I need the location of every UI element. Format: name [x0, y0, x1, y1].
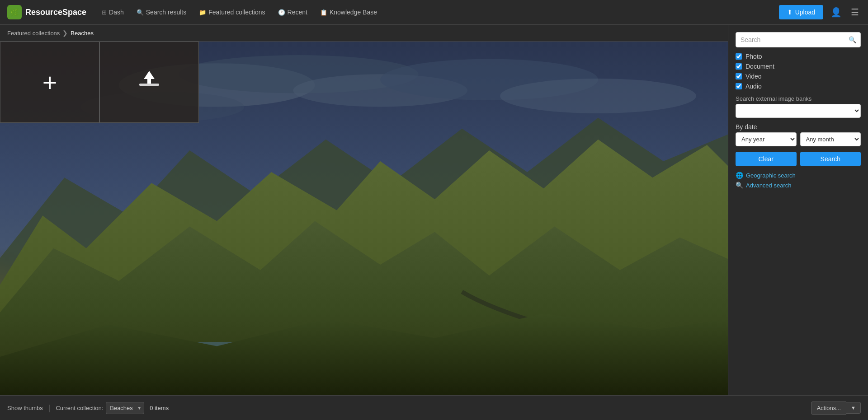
hero-action-buttons: +: [0, 42, 199, 123]
audio-checkbox[interactable]: [736, 83, 742, 89]
nav-item-recent[interactable]: 🕐 Recent: [274, 6, 312, 19]
checkbox-row-audio: Audio: [736, 83, 861, 90]
video-label: Video: [745, 73, 762, 80]
upload-resource-icon: [137, 68, 161, 97]
search-icon: 🔍: [849, 36, 856, 43]
search-input-wrapper: 🔍: [736, 32, 861, 47]
nav-label-knowledge: Knowledge Base: [330, 9, 377, 16]
add-icon: +: [42, 68, 57, 97]
svg-marker-13: [0, 313, 728, 395]
audio-label: Audio: [745, 83, 762, 90]
navbar: 🌿 ResourceSpace ⊞ Dash 🔍 Search results …: [0, 0, 868, 25]
nav-item-search-results[interactable]: 🔍 Search results: [132, 6, 191, 19]
breadcrumb: Featured collections ❯ Beaches: [0, 25, 728, 42]
month-select[interactable]: Any month January February March April M…: [800, 132, 861, 146]
upload-icon: ⬆: [787, 9, 793, 16]
search-button[interactable]: Search: [800, 152, 861, 166]
search-action-buttons: Clear Search: [736, 152, 861, 166]
content-area: Featured collections ❯ Beaches: [0, 25, 868, 395]
external-banks-label: Search external image banks: [736, 95, 861, 102]
actions-dropdown-arrow[interactable]: ▼: [846, 402, 861, 414]
collection-select-wrapper: Current collection: Beaches: [56, 402, 144, 414]
search-nav-icon: 🔍: [137, 9, 144, 16]
breadcrumb-current: Beaches: [71, 30, 94, 37]
bottom-divider: |: [48, 403, 51, 413]
external-banks-section: Search external image banks: [736, 95, 861, 118]
user-profile-button[interactable]: 👤: [829, 5, 844, 19]
photo-checkbox[interactable]: [736, 53, 742, 60]
globe-icon: 🌐: [736, 172, 743, 179]
checkbox-row-video: Video: [736, 73, 861, 80]
search-input[interactable]: [736, 32, 861, 47]
brand-name: ResourceSpace: [25, 8, 86, 17]
nav-label-search-results: Search results: [146, 9, 186, 16]
geographic-search-label: Geographic search: [746, 172, 796, 179]
folder-icon: 📁: [199, 9, 206, 16]
main-panel: Featured collections ❯ Beaches: [0, 25, 728, 395]
upload-resource-button[interactable]: [99, 42, 199, 123]
collection-select-wrap: Beaches: [106, 402, 144, 414]
upload-button[interactable]: ⬆ Upload: [779, 5, 823, 19]
collection-label: Current collection:: [56, 405, 103, 411]
brand-icon: 🌿: [7, 5, 22, 19]
by-date-label: By date: [736, 123, 861, 131]
navbar-right: ⬆ Upload 👤 ☰: [779, 5, 861, 19]
book-icon: 📋: [320, 9, 327, 16]
nav-item-dash[interactable]: ⊞ Dash: [97, 6, 128, 19]
checkbox-row-photo: Photo: [736, 53, 861, 60]
actions-button-wrapper: Actions... ▼: [811, 401, 861, 415]
nav-label-recent: Recent: [288, 9, 307, 16]
advanced-search-link[interactable]: 🔍 Advanced search: [736, 182, 861, 189]
bottom-bar-right: Actions... ▼: [811, 401, 861, 415]
add-resource-button[interactable]: +: [0, 42, 99, 123]
hero-area: +: [0, 42, 728, 395]
document-checkbox[interactable]: [736, 63, 742, 70]
breadcrumb-separator: ❯: [62, 29, 68, 37]
nav-item-knowledge-base[interactable]: 📋 Knowledge Base: [316, 6, 382, 19]
svg-marker-15: [144, 71, 155, 84]
geographic-search-link[interactable]: 🌐 Geographic search: [736, 172, 861, 179]
resource-type-checkboxes: Photo Document Video Audio: [736, 53, 861, 90]
date-selects: Any year 2024 2023 2022 2021 2020 Any mo…: [736, 132, 861, 146]
clear-button[interactable]: Clear: [736, 152, 797, 166]
extra-search-links: 🌐 Geographic search 🔍 Advanced search: [736, 172, 861, 189]
show-thumbs-label: Show thumbs: [7, 405, 43, 411]
video-checkbox[interactable]: [736, 73, 742, 79]
clock-icon: 🕐: [278, 9, 285, 16]
nav-items: ⊞ Dash 🔍 Search results 📁 Featured colle…: [97, 6, 768, 19]
nav-label-dash: Dash: [109, 9, 124, 16]
nav-label-featured: Featured collections: [208, 9, 265, 16]
actions-button[interactable]: Actions...: [811, 401, 846, 415]
grid-icon: ⊞: [102, 9, 107, 16]
bottom-bar: Show thumbs | Current collection: Beache…: [0, 395, 868, 420]
svg-point-6: [500, 79, 696, 113]
right-sidebar: 🔍 Photo Document Video Audio Search e: [728, 25, 868, 395]
document-label: Document: [745, 63, 774, 70]
date-section: By date Any year 2024 2023 2022 2021 202…: [736, 123, 861, 146]
items-count: 0 items: [150, 405, 169, 411]
collection-select[interactable]: Beaches: [106, 402, 144, 414]
advanced-search-icon: 🔍: [736, 182, 743, 189]
advanced-search-label: Advanced search: [746, 182, 791, 189]
year-select[interactable]: Any year 2024 2023 2022 2021 2020: [736, 132, 797, 146]
svg-rect-14: [139, 84, 159, 86]
checkbox-row-document: Document: [736, 63, 861, 70]
external-banks-select[interactable]: [736, 104, 861, 118]
hamburger-menu-button[interactable]: ☰: [849, 5, 861, 19]
photo-label: Photo: [745, 53, 762, 60]
brand-logo[interactable]: 🌿 ResourceSpace: [7, 5, 86, 19]
upload-label: Upload: [795, 9, 815, 16]
breadcrumb-parent-link[interactable]: Featured collections: [7, 30, 60, 37]
nav-item-featured-collections[interactable]: 📁 Featured collections: [194, 6, 269, 19]
